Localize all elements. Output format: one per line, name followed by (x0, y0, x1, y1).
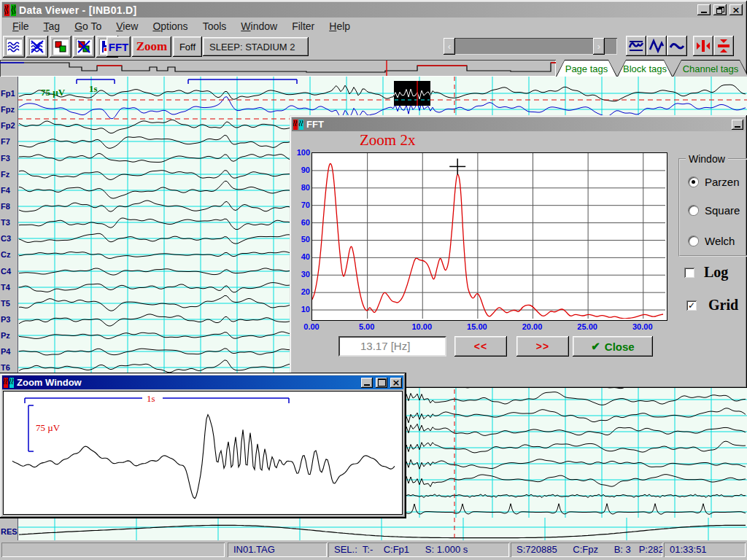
fft-zoom-factor-label: Zoom 2x (360, 131, 415, 149)
channel-label-p4: P4 (1, 347, 17, 356)
fft-plot[interactable] (311, 152, 667, 321)
expand-vertical-button[interactable] (713, 36, 734, 56)
fft-y-tick: 40 (291, 252, 310, 261)
fft-x-tick: 25.00 (573, 322, 602, 331)
zoom-maximize-button[interactable] (376, 378, 387, 388)
position-scrollbar[interactable]: ‹ › (444, 38, 617, 55)
fft-window: FFT Zoom 2x 100908070605040302010 0.005.… (290, 115, 747, 388)
fft-title-bar[interactable]: FFT (292, 117, 745, 131)
channel-label-f3: F3 (1, 154, 17, 163)
channel-label-p3: P3 (1, 315, 17, 324)
prev-peak-button[interactable]: << (454, 336, 507, 357)
fft-cursor-crosshair (449, 158, 465, 174)
fft-button[interactable]: FFT (107, 36, 131, 57)
radio-label: Square (705, 204, 740, 217)
tab-page-tags[interactable]: Page tags (556, 60, 617, 77)
restore-button[interactable] (713, 4, 727, 15)
montage-waves-off-button[interactable] (26, 36, 48, 58)
zoom-trace (12, 415, 395, 499)
zoom-window-title-bar[interactable]: Zoom Window × (2, 376, 403, 389)
toolbar: FFT Zoom Foff SLEEP: STADIUM 2 ‹ › (0, 34, 747, 60)
tags-row: Page tagsBlock tagsChannel tags (0, 60, 747, 77)
hypnogram (0, 60, 556, 77)
channel-label-f4: F4 (1, 186, 17, 195)
wave-sharp-button[interactable] (646, 36, 667, 56)
zoom-button[interactable]: Zoom (132, 36, 171, 57)
radio-parzen[interactable] (689, 177, 698, 187)
menu-item-tag[interactable]: Tag (36, 19, 68, 34)
fft-x-tick: 0.00 (297, 322, 326, 331)
amplitude-scale-label: 75 µV (41, 87, 66, 98)
status-panel-4: 01:33:51 (664, 542, 746, 557)
menu-item-go-to[interactable]: Go To (67, 19, 109, 34)
menu-item-window[interactable]: Window (233, 19, 285, 34)
fft-window-icon (293, 120, 303, 130)
status-panel-3: S:720885 C:Fpz B: 3 P:282 (511, 542, 662, 557)
zoom-waveform: 1s75 µV (4, 392, 400, 513)
grid-checkbox-label: Grid (708, 297, 738, 314)
minimize-button[interactable] (697, 4, 711, 15)
channel-label-f7: F7 (1, 137, 17, 146)
frequency-field[interactable]: 13.17 [Hz] (338, 336, 446, 357)
radio-square[interactable] (689, 206, 698, 215)
wave-smooth-button[interactable] (667, 36, 687, 56)
title-bar[interactable]: Data Viewer - [INB01.D] × (2, 2, 745, 18)
next-peak-button[interactable]: >> (516, 336, 569, 357)
fft-x-tick: 15.00 (462, 322, 492, 331)
tab-block-tags[interactable]: Block tags (617, 60, 673, 77)
channel-label-c4: C4 (1, 267, 17, 276)
blocks-off-button[interactable] (73, 36, 95, 58)
window-option-parzen[interactable]: Parzen (689, 176, 740, 188)
window-option-square[interactable]: Square (689, 204, 740, 217)
grid-checkbox[interactable]: ✓ (686, 300, 697, 311)
wave-clipped-button[interactable] (626, 36, 646, 56)
status-panel-0 (1, 542, 225, 557)
zoom-close-button[interactable]: × (390, 378, 402, 388)
window-title: Data Viewer - [INB01.D] (19, 4, 694, 16)
fft-spectrum-chart (312, 153, 665, 319)
montage-waves-button[interactable] (3, 36, 25, 58)
grid-checkbox-row: ✓ Grid (686, 297, 738, 314)
fft-y-tick: 50 (291, 235, 310, 244)
expand-horizontal-button[interactable] (693, 36, 713, 56)
wave-smooth-icon (669, 38, 685, 54)
tab-channel-tags[interactable]: Channel tags (673, 60, 747, 77)
close-fft-label: Close (605, 341, 635, 353)
log-checkbox[interactable] (684, 268, 694, 278)
channel-label-f8: F8 (1, 202, 17, 211)
menu-item-help[interactable]: Help (322, 19, 357, 34)
fft-x-tick: 5.00 (352, 322, 382, 331)
scroll-left-arrow-icon[interactable]: ‹ (444, 38, 455, 55)
status-panel-2: SEL.: T:- C:Fp1 S: 1.000 s (328, 542, 509, 557)
channel-label-c3: C3 (1, 234, 17, 243)
fft-x-tick: 20.00 (518, 322, 547, 331)
blocks-icon (53, 39, 69, 55)
channel-label-t5: T5 (1, 299, 17, 308)
menu-bar: FileTagGo ToViewOptionsToolsWindowFilter… (2, 19, 745, 34)
hypnogram-strip[interactable] (0, 60, 556, 77)
channel-label-pz: Pz (1, 331, 17, 340)
menu-item-filter[interactable]: Filter (285, 19, 322, 34)
fft-minimize-button[interactable] (732, 120, 743, 130)
sleep-stage-indicator[interactable]: SLEEP: STADIUM 2 (203, 37, 309, 56)
scroll-right-arrow-icon[interactable]: › (593, 38, 605, 55)
menu-item-file[interactable]: File (5, 19, 36, 34)
radio-welch[interactable] (689, 236, 698, 246)
zoom-amplitude-scale-label: 75 µV (36, 422, 61, 433)
close-button[interactable]: × (729, 4, 743, 15)
waves-off-icon (29, 39, 45, 55)
menu-item-view[interactable]: View (109, 19, 145, 34)
zoom-minimize-button[interactable] (361, 378, 373, 388)
channel-label-t6: T6 (1, 363, 17, 372)
window-option-welch[interactable]: Welch (689, 235, 735, 247)
blocks-button[interactable] (50, 36, 71, 58)
fft-y-tick: 100 (291, 148, 310, 157)
tab-label: Page tags (557, 61, 616, 77)
filter-off-button[interactable]: Foff (173, 36, 202, 57)
menu-item-tools[interactable]: Tools (196, 19, 234, 34)
zoom-window-content[interactable]: 1s75 µV (3, 391, 403, 515)
close-fft-button[interactable]: ✔ Close (573, 336, 653, 357)
menu-item-options[interactable]: Options (145, 19, 195, 34)
channel-label-res: RES (1, 527, 17, 536)
radio-label: Parzen (705, 176, 740, 188)
